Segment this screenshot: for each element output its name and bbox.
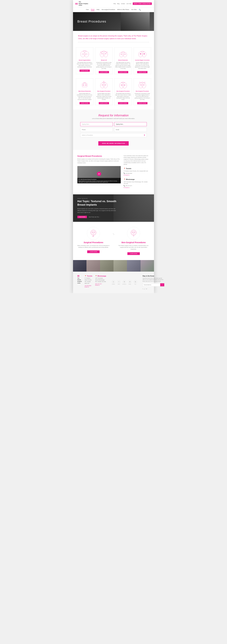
footer-icon-5: ✿ Care [133,280,137,284]
footer-mississauga-phone[interactable]: 905.278.7077 [95,283,106,284]
request-form-title: Request for Information [80,114,147,117]
email-field[interactable] [114,128,147,132]
video-thumbnail[interactable]: Dr. Lista Discuses Breast Procedures Bre… [77,166,121,184]
svg-point-27 [122,83,127,88]
last-name-field[interactable] [114,122,147,126]
footer-toronto-email[interactable]: Email Us [85,286,92,288]
mississauga-phone[interactable]: 📞 905.278.7077 [124,185,150,187]
nonsurgical1-icon [99,79,109,90]
search-icon[interactable]: 🔍 [139,9,141,11]
more-posts-link[interactable]: More Posts Like This → [89,216,100,218]
procedure-select[interactable]: Select a Procedure [80,133,147,137]
procedures-grid-row2: Male Breast Reduction Gynecomastia affec… [73,77,154,108]
play-button-icon[interactable] [97,172,101,176]
procedure-card-nonsurgical3: Non-Surgical Procedure A breast lift is … [134,78,151,105]
nav-face[interactable]: Face [86,9,89,11]
site-header: The Plastic Surgery Clinic FAQ Blog Cont… [73,0,154,8]
blog-section: FROM THE BLOG Hot Topic: Textured vs. Sm… [73,194,154,222]
learn-more-button-reduction[interactable]: Learn More [118,71,128,73]
gallery-item-4[interactable] [114,260,127,272]
nav-contact[interactable]: Contact [121,3,125,4]
video-section: Surgical Breast Procedures Breast surger… [73,151,154,194]
request-form-subtitle: Let us know what you're interested in an… [80,118,147,119]
footer-stay-text: Subscribe and be first to hear about spe… [143,278,164,282]
nav-clinic[interactable]: Our Clinic [131,9,137,11]
footer-icons: ⊕ Certified ✦ Award ✤ Excellence ❋ Quali… [111,275,137,290]
gallery-item-5[interactable] [127,260,140,272]
svg-point-36 [94,232,95,233]
gallery-item-1[interactable] [73,260,86,272]
svg-point-9 [123,52,127,57]
nav-faq[interactable]: FAQ [114,3,116,4]
nav-breast[interactable]: Breast [91,9,95,11]
form-contact-row [80,128,147,132]
footer-toronto-phone[interactable]: 416.928.9494 [85,285,92,286]
video-section-title: Surgical Breast Procedures [77,155,121,157]
procedure-desc: Inverted nipples may make it difficult o… [96,93,112,100]
scissors-icon: ✂ [112,232,115,236]
gallery-item-2[interactable] [86,260,100,272]
gallery-item-6[interactable] [141,260,154,272]
gallery-item-3[interactable] [100,260,114,272]
location-toronto: 📍 Toronto 37 Stratford Street Toronto, O… [124,168,150,176]
footer-location-pin-icon-2: 📍 [95,275,97,277]
svg-point-7 [105,53,106,54]
footer-email-submit-button[interactable]: → [160,283,164,286]
footer-location-pin-icon: 📍 [85,275,86,277]
male-reduction-icon [80,79,90,90]
gallery-strip [73,260,154,272]
toronto-phone[interactable]: 📞 416.928.9494 [124,172,150,174]
nav-blog[interactable]: Blog [117,3,120,4]
learn-more-button-ns2[interactable]: Learn More [118,102,128,104]
footer-icon-3: ✤ Excellence [122,280,126,284]
footer-email-input[interactable] [143,283,160,286]
svg-point-37 [131,230,136,235]
blog-from-label: FROM THE BLOG [77,198,117,199]
toronto-email-link[interactable]: ✉ Email Us [124,174,150,176]
footer-mississauga: 📍 Mississauga 1407 Hurontario Street Mis… [95,275,106,290]
footer-facebook-icon[interactable]: f [143,288,143,290]
footer-mississauga-email[interactable]: Email Us [95,284,106,286]
augmentation-icon [80,48,90,58]
svg-point-6 [102,53,103,54]
video-section-text: Breast surgery is as unique as the perso… [77,158,121,164]
nonsurgical-title: Non-Surgical Procedures [118,241,150,244]
learn-more-button-nipple[interactable]: Learn More [137,71,147,73]
footer-stay-title: Stay in the Know [143,275,164,277]
section-divider [78,42,149,42]
nav-nonsurgical[interactable]: Non-surgical Procedures [102,9,115,11]
footer-googleplus-icon[interactable]: G+ [146,288,147,290]
submit-button[interactable]: Send Me More Information [98,141,129,146]
svg-point-34 [91,230,96,235]
svg-point-29 [124,84,125,86]
procedure-desc: A breast lift is a procedure to raise an… [134,93,150,100]
phone-field[interactable] [80,128,113,132]
book-consultation-button[interactable]: BOOK A FREE CONSULTATION [133,2,152,5]
nonsurgical2-icon [118,79,128,90]
procedure-title: Breast Augmentation [77,60,93,61]
learn-more-button-male[interactable]: Learn More [80,102,90,104]
first-name-field[interactable] [80,122,113,126]
learn-more-button-ns1[interactable]: Learn More [99,102,109,104]
procedure-desc: This operation gives the breast a fuller… [115,93,131,100]
mississauga-location-name: 📍 Mississauga [124,178,150,181]
request-form-section: Request for Information Let us know what… [73,110,154,150]
nonsurgical-learn-more-button[interactable]: Learn More [127,252,140,255]
learn-more-button-ns3[interactable]: Learn More [137,102,147,104]
footer-logo[interactable]: The Plastic Surgery Clinic [77,275,82,290]
svg-point-31 [142,83,146,88]
blog-title: Hot Topic: Textured vs. Smooth Breast Im… [77,200,117,206]
surgical-learn-more-button[interactable]: Learn More [87,250,100,253]
video-caption-title: Dr. Lista Discuses Breast Procedures [79,179,120,180]
logo[interactable]: The Plastic Surgery Clinic [75,1,88,6]
nav-body[interactable]: Body [97,9,99,11]
learn-more-button-augmentation[interactable]: Learn More [80,70,90,72]
learn-more-button-lift[interactable]: Learn More [99,71,109,73]
read-more-button[interactable]: Read More [77,216,87,218]
nav-before-after[interactable]: Before & After Photos [117,9,129,11]
footer-toronto-name: 📍 Toronto [85,275,92,277]
footer-icon-1: ⊕ Certified [111,280,116,284]
nav-livechat[interactable]: Live Chat [126,3,131,4]
mississauga-email-link[interactable]: ✉ Email Us [124,187,150,189]
footer-twitter-icon[interactable]: y [144,288,145,290]
